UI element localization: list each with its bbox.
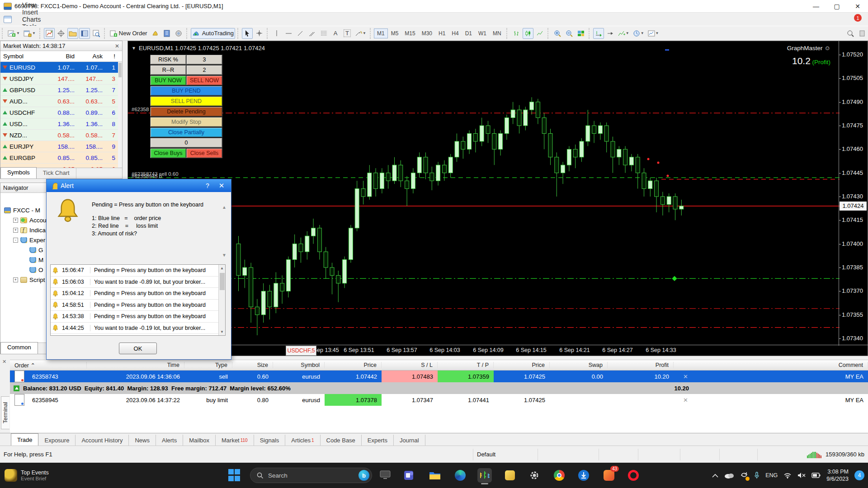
navigator-item-accou[interactable]: +Accou [13, 216, 47, 225]
alert-list-item[interactable]: 14:41:19Pending = Press any button on th… [51, 334, 225, 336]
close-buys-button[interactable]: Close Buys [150, 148, 186, 158]
taskbar-app-explorer[interactable] [428, 468, 442, 483]
terminal-close-icon[interactable]: ✕ [2, 359, 6, 365]
close-partially-button[interactable]: Close Partially [150, 127, 222, 137]
terminal-tab-market[interactable]: Market110 [216, 435, 254, 446]
language-indicator[interactable]: ENG [765, 472, 778, 479]
alert-close-icon[interactable]: ✕ [216, 182, 227, 190]
market-watch-row[interactable]: GBPUSD1.25...1.25...7 [0, 84, 122, 96]
terminal-tab-exposure[interactable]: Exposure [38, 435, 75, 446]
autotrading-button[interactable]: AutoTrading [191, 28, 235, 39]
close-sells-button[interactable]: Close Sells [186, 148, 222, 158]
alert-ok-button[interactable]: OK [119, 343, 157, 354]
buy-pend-button[interactable]: BUY PEND [150, 86, 222, 96]
alert-list-item[interactable]: 14:44:25You want to trade -0.19 lot, but… [51, 323, 225, 334]
taskbar-app-chrome[interactable] [552, 468, 566, 483]
taskbar-app-settings[interactable] [527, 468, 542, 483]
column-spread[interactable]: ! [105, 53, 118, 60]
auto-scroll-icon[interactable] [593, 28, 604, 39]
alert-history-list[interactable]: 15:06:47Pending = Press any button on th… [50, 264, 226, 336]
channel-icon[interactable] [307, 28, 317, 39]
maximize-icon[interactable]: ▢ [826, 0, 847, 12]
column-time[interactable]: Time [87, 362, 184, 368]
chart-window-icon[interactable] [4, 16, 12, 23]
candlestick-icon[interactable] [523, 28, 533, 39]
taskbar-app-downloader[interactable] [576, 468, 591, 483]
taskbar-app-opera[interactable] [626, 468, 641, 483]
arrows-tool-icon[interactable]: ▼ [354, 28, 368, 39]
navigator-tab-common[interactable]: Common [0, 342, 38, 354]
column-Bid[interactable]: Bid [47, 53, 77, 60]
timeframe-mn[interactable]: MN [490, 28, 505, 38]
navigator-item-g[interactable]: G [29, 245, 43, 254]
taskbar-app-metaeditor[interactable] [503, 468, 517, 483]
periods-icon[interactable]: ▼ [632, 28, 646, 39]
terminal-tab-alerts[interactable]: Alerts [156, 435, 183, 446]
column-profit[interactable]: Profit [608, 362, 674, 368]
cursor-icon[interactable] [242, 28, 253, 39]
column-price[interactable]: Price [325, 362, 382, 368]
fibonacci-icon[interactable] [318, 28, 329, 39]
alert-title-bar[interactable]: Alert ? ✕ [47, 179, 231, 192]
navigator-item-m[interactable]: M [29, 255, 43, 264]
alert-list-item[interactable]: 15:06:03You want to trade -0.89 lot, but… [51, 277, 225, 288]
terminal-tab-account-history[interactable]: Account History [75, 435, 129, 446]
sell-pend-button[interactable]: SELL PEND [150, 96, 222, 106]
market-watch-row[interactable]: EURJPY158....158....9 [0, 141, 122, 152]
scroll-up-icon[interactable]: ▲ [222, 205, 226, 210]
market-watch-tab-tick-chart[interactable]: Tick Chart [37, 168, 76, 178]
timeframe-w1[interactable]: W1 [475, 28, 490, 38]
terminal-tab-experts[interactable]: Experts [362, 435, 394, 446]
alert-list-item[interactable]: 14:53:38Pending = Press any button on th… [51, 311, 225, 323]
column-swap[interactable]: Swap [550, 362, 608, 368]
terminal-tab-mailbox[interactable]: Mailbox [183, 435, 216, 446]
terminal-icon[interactable] [79, 28, 90, 39]
market-watch-row[interactable]: EURGBP0.85...0.85...5 [0, 152, 122, 164]
notification-count-badge[interactable]: 4 [854, 470, 864, 480]
terminal-tab-articles[interactable]: Articles1 [285, 435, 320, 446]
navigator-item-o[interactable]: O [29, 265, 43, 274]
navigator-item-exper[interactable]: -Exper [13, 235, 45, 244]
column-tp[interactable]: T / P [438, 362, 494, 368]
sync-icon[interactable] [740, 471, 748, 480]
battery-icon[interactable] [811, 473, 821, 478]
taskbar-clock[interactable]: 3:08 PM 9/6/2023 [826, 468, 849, 483]
timeframe-m30[interactable]: M30 [419, 28, 435, 38]
minimize-icon[interactable]: — [806, 0, 826, 12]
notification-badge[interactable]: 1 [854, 14, 862, 22]
line-chart-icon[interactable] [534, 28, 545, 39]
new-chart-icon[interactable]: ▼ [6, 28, 21, 39]
market-watch-row[interactable]: NZD...0.58...0.58...7 [0, 130, 122, 141]
order-row[interactable]: 623589452023.09.06 14:37:22buy limit0.80… [10, 394, 868, 406]
column-price[interactable]: Price [494, 362, 550, 368]
widgets-button[interactable]: Top Events Event Brief [5, 469, 49, 482]
text-tool-icon[interactable]: A [330, 28, 341, 39]
onedrive-icon[interactable] [724, 472, 734, 479]
timeframe-m5[interactable]: M5 [388, 28, 402, 38]
terminal-tab-journal[interactable]: Journal [394, 435, 425, 446]
timeframe-m1[interactable]: M1 [374, 28, 388, 38]
delete-pending-button[interactable]: Delete Pending [150, 107, 222, 117]
navigator-item-script[interactable]: +Script [13, 275, 45, 284]
chart-shift-icon[interactable] [605, 28, 616, 39]
market-watch-row[interactable]: USD...1.36...1.36...8 [0, 118, 122, 130]
indicators-icon[interactable]: ▼ [617, 28, 631, 39]
column-comment[interactable]: Comment [693, 362, 868, 368]
risk-value[interactable]: 3 [186, 55, 222, 65]
terminal-side-tab[interactable]: Terminal [1, 396, 9, 429]
alert-list-item[interactable]: 15:04:12Pending = Press any button on th… [51, 288, 225, 300]
timeframe-h1[interactable]: H1 [435, 28, 448, 38]
navigator-icon[interactable] [67, 28, 78, 39]
tray-chevron-up-icon[interactable] [712, 474, 718, 478]
alert-list-item[interactable]: 14:58:51Pending = Press any button on th… [51, 300, 225, 311]
start-button[interactable] [228, 469, 241, 482]
status-profile[interactable]: Default [473, 449, 538, 460]
navigator-item-fxccm[interactable]: FXCC - M [4, 206, 40, 215]
close-icon[interactable]: ✕ [847, 0, 868, 12]
data-window-icon[interactable] [56, 28, 66, 39]
microphone-icon[interactable] [754, 472, 760, 479]
trendline-icon[interactable] [295, 28, 306, 39]
modify-stop-button[interactable]: Modify Stop [150, 117, 222, 127]
risk-label-button[interactable]: RISK % [150, 55, 186, 65]
column-type[interactable]: Type [184, 362, 232, 368]
